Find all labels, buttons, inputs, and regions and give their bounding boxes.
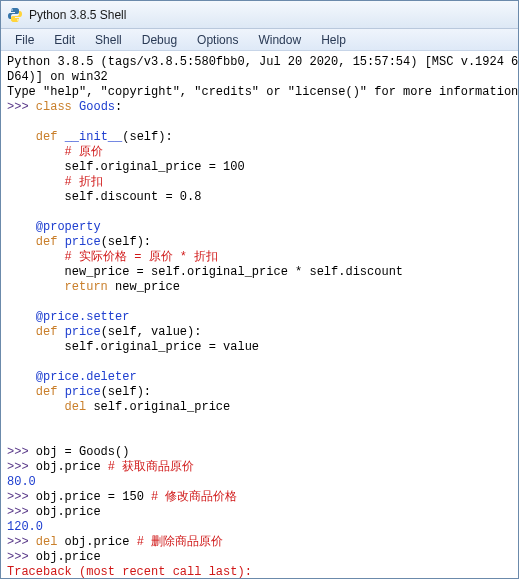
kw-del: del [36,535,58,549]
code-line: self.discount = 0.8 [65,190,202,204]
menu-window[interactable]: Window [250,31,309,49]
kw-def: def [36,385,58,399]
menu-help[interactable]: Help [313,31,354,49]
python-icon [7,7,23,23]
sig: (self, value): [101,325,202,339]
menu-debug[interactable]: Debug [134,31,185,49]
prompt: >>> [7,445,29,459]
kw-def: def [36,235,58,249]
comment: # 获取商品原价 [108,460,194,474]
code-line: obj.price [36,505,101,519]
comment: # 折扣 [65,175,103,189]
comment: # 删除商品原价 [137,535,223,549]
output: 120.0 [7,520,43,534]
code-line: new_price = self.original_price * self.d… [65,265,403,279]
code-line: obj.price [57,535,136,549]
menu-shell[interactable]: Shell [87,31,130,49]
code-line: self.original_price [86,400,230,414]
window-title: Python 3.8.5 Shell [29,8,126,22]
decorator-deleter: @price.deleter [36,370,137,384]
kw-return: return [65,280,108,294]
banner-line: Type "help", "copyright", "credits" or "… [7,85,518,99]
banner-line: Python 3.8.5 (tags/v3.8.5:580fbb0, Jul 2… [7,55,518,69]
menu-file[interactable]: File [7,31,42,49]
prompt: >>> [7,550,29,564]
prompt: >>> [7,100,29,114]
method-price: price [65,385,101,399]
menubar: File Edit Shell Debug Options Window Hel… [1,29,518,51]
code-line: self.original_price = 100 [65,160,245,174]
svg-point-1 [17,19,19,21]
method-price: price [65,235,101,249]
method-price: price [65,325,101,339]
sig: (self): [101,385,151,399]
code-line: self.original_price = value [65,340,259,354]
prompt: >>> [7,535,29,549]
code-line: obj.price [36,550,101,564]
traceback-line: Traceback (most recent call last): [7,565,252,578]
menu-options[interactable]: Options [189,31,246,49]
prompt: >>> [7,460,29,474]
prompt: >>> [7,490,29,504]
code-line: obj.price = 150 [36,490,151,504]
shell-editor[interactable]: Python 3.8.5 (tags/v3.8.5:580fbb0, Jul 2… [1,51,518,578]
window-titlebar: Python 3.8.5 Shell [1,1,518,29]
method-init: __init__ [65,130,123,144]
sig: (self): [101,235,151,249]
kw-del: del [65,400,87,414]
decorator-property: @property [36,220,101,234]
svg-point-0 [11,9,13,11]
menu-edit[interactable]: Edit [46,31,83,49]
output: 80.0 [7,475,36,489]
comment: # 原价 [65,145,103,159]
sig: (self): [122,130,172,144]
colon: : [115,100,122,114]
comment: # 修改商品价格 [151,490,237,504]
kw-def: def [36,130,58,144]
code-line: new_price [108,280,180,294]
banner-line: D64)] on win32 [7,70,108,84]
decorator-setter: @price.setter [36,310,130,324]
kw-class: class [36,100,72,114]
kw-def: def [36,325,58,339]
class-name: Goods [79,100,115,114]
comment: # 实际价格 = 原价 * 折扣 [65,250,219,264]
prompt: >>> [7,505,29,519]
code-line: obj.price [36,460,108,474]
code-line: obj = Goods() [36,445,130,459]
